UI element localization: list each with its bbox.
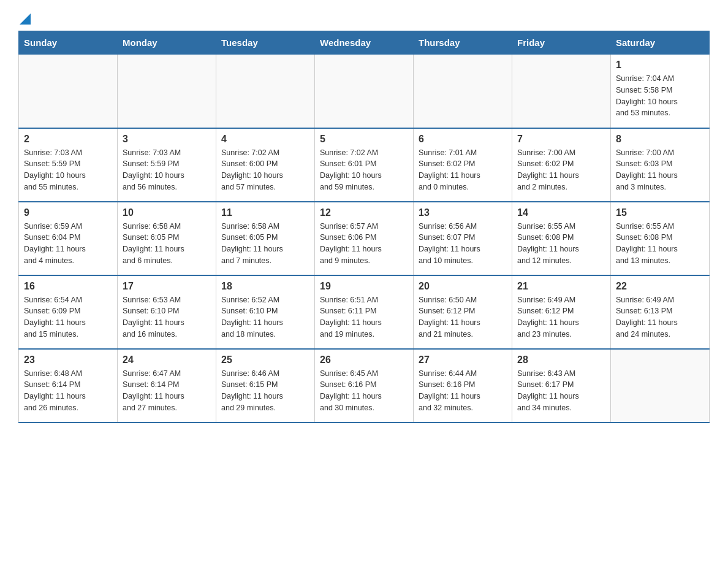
day-number: 3 bbox=[123, 134, 211, 145]
weekday-header-sunday: Sunday bbox=[19, 31, 118, 55]
logo bbox=[18, 12, 31, 25]
day-number: 22 bbox=[616, 281, 704, 292]
day-info: Sunrise: 7:02 AM Sunset: 6:01 PM Dayligh… bbox=[320, 147, 408, 193]
day-number: 10 bbox=[123, 207, 211, 218]
calendar-week-row: 1Sunrise: 7:04 AM Sunset: 5:58 PM Daylig… bbox=[19, 55, 710, 128]
calendar-cell: 15Sunrise: 6:55 AM Sunset: 6:08 PM Dayli… bbox=[611, 202, 710, 275]
calendar-cell: 19Sunrise: 6:51 AM Sunset: 6:11 PM Dayli… bbox=[315, 275, 414, 349]
day-info: Sunrise: 6:59 AM Sunset: 6:04 PM Dayligh… bbox=[24, 221, 112, 267]
day-info: Sunrise: 6:55 AM Sunset: 6:08 PM Dayligh… bbox=[517, 221, 605, 267]
weekday-header-tuesday: Tuesday bbox=[216, 31, 315, 55]
weekday-header-row: SundayMondayTuesdayWednesdayThursdayFrid… bbox=[19, 31, 710, 55]
calendar-cell: 26Sunrise: 6:45 AM Sunset: 6:16 PM Dayli… bbox=[315, 349, 414, 423]
day-info: Sunrise: 6:55 AM Sunset: 6:08 PM Dayligh… bbox=[616, 221, 704, 267]
calendar-week-row: 2Sunrise: 7:03 AM Sunset: 5:59 PM Daylig… bbox=[19, 128, 710, 202]
calendar-table: SundayMondayTuesdayWednesdayThursdayFrid… bbox=[18, 31, 710, 423]
day-info: Sunrise: 6:46 AM Sunset: 6:15 PM Dayligh… bbox=[221, 368, 309, 414]
weekday-header-friday: Friday bbox=[512, 31, 611, 55]
calendar-cell: 11Sunrise: 6:58 AM Sunset: 6:05 PM Dayli… bbox=[216, 202, 315, 275]
day-info: Sunrise: 7:03 AM Sunset: 5:59 PM Dayligh… bbox=[123, 147, 211, 193]
calendar-cell: 24Sunrise: 6:47 AM Sunset: 6:14 PM Dayli… bbox=[118, 349, 216, 423]
day-info: Sunrise: 7:04 AM Sunset: 5:58 PM Dayligh… bbox=[616, 73, 704, 119]
day-number: 27 bbox=[419, 354, 507, 366]
day-number: 28 bbox=[517, 354, 605, 366]
day-info: Sunrise: 6:58 AM Sunset: 6:05 PM Dayligh… bbox=[221, 221, 309, 267]
calendar-header: SundayMondayTuesdayWednesdayThursdayFrid… bbox=[19, 31, 710, 55]
calendar-cell bbox=[216, 55, 315, 128]
day-info: Sunrise: 6:56 AM Sunset: 6:07 PM Dayligh… bbox=[419, 221, 507, 267]
day-number: 15 bbox=[616, 207, 704, 218]
day-number: 9 bbox=[24, 207, 112, 218]
day-info: Sunrise: 6:47 AM Sunset: 6:14 PM Dayligh… bbox=[123, 368, 211, 414]
calendar-cell: 25Sunrise: 6:46 AM Sunset: 6:15 PM Dayli… bbox=[216, 349, 315, 423]
calendar-cell bbox=[118, 55, 216, 128]
calendar-week-row: 23Sunrise: 6:48 AM Sunset: 6:14 PM Dayli… bbox=[19, 349, 710, 423]
day-number: 23 bbox=[24, 354, 112, 366]
day-info: Sunrise: 6:43 AM Sunset: 6:17 PM Dayligh… bbox=[517, 368, 605, 414]
logo-triangle-icon bbox=[20, 13, 31, 25]
calendar-cell: 10Sunrise: 6:58 AM Sunset: 6:05 PM Dayli… bbox=[118, 202, 216, 275]
day-number: 13 bbox=[419, 207, 507, 218]
calendar-cell: 18Sunrise: 6:52 AM Sunset: 6:10 PM Dayli… bbox=[216, 275, 315, 349]
day-number: 1 bbox=[616, 59, 704, 71]
day-info: Sunrise: 7:02 AM Sunset: 6:00 PM Dayligh… bbox=[221, 147, 309, 193]
day-info: Sunrise: 6:48 AM Sunset: 6:14 PM Dayligh… bbox=[24, 368, 112, 414]
day-number: 7 bbox=[517, 134, 605, 145]
day-info: Sunrise: 6:45 AM Sunset: 6:16 PM Dayligh… bbox=[320, 368, 408, 414]
day-number: 21 bbox=[517, 281, 605, 292]
day-info: Sunrise: 6:58 AM Sunset: 6:05 PM Dayligh… bbox=[123, 221, 211, 267]
calendar-cell: 28Sunrise: 6:43 AM Sunset: 6:17 PM Dayli… bbox=[512, 349, 611, 423]
calendar-cell bbox=[19, 55, 118, 128]
day-number: 24 bbox=[123, 354, 211, 366]
day-number: 26 bbox=[320, 354, 408, 366]
calendar-cell bbox=[414, 55, 512, 128]
calendar-cell: 16Sunrise: 6:54 AM Sunset: 6:09 PM Dayli… bbox=[19, 275, 118, 349]
calendar-cell: 23Sunrise: 6:48 AM Sunset: 6:14 PM Dayli… bbox=[19, 349, 118, 423]
calendar-week-row: 16Sunrise: 6:54 AM Sunset: 6:09 PM Dayli… bbox=[19, 275, 710, 349]
calendar-body: 1Sunrise: 7:04 AM Sunset: 5:58 PM Daylig… bbox=[19, 55, 710, 423]
calendar-cell bbox=[512, 55, 611, 128]
calendar-week-row: 9Sunrise: 6:59 AM Sunset: 6:04 PM Daylig… bbox=[19, 202, 710, 275]
weekday-header-wednesday: Wednesday bbox=[315, 31, 414, 55]
weekday-header-saturday: Saturday bbox=[611, 31, 710, 55]
calendar-cell: 20Sunrise: 6:50 AM Sunset: 6:12 PM Dayli… bbox=[414, 275, 512, 349]
day-number: 8 bbox=[616, 134, 704, 145]
day-number: 12 bbox=[320, 207, 408, 218]
day-number: 14 bbox=[517, 207, 605, 218]
calendar-cell: 1Sunrise: 7:04 AM Sunset: 5:58 PM Daylig… bbox=[611, 55, 710, 128]
calendar-cell: 7Sunrise: 7:00 AM Sunset: 6:02 PM Daylig… bbox=[512, 128, 611, 202]
calendar-cell: 17Sunrise: 6:53 AM Sunset: 6:10 PM Dayli… bbox=[118, 275, 216, 349]
day-number: 6 bbox=[419, 134, 507, 145]
day-number: 16 bbox=[24, 281, 112, 292]
calendar-cell: 21Sunrise: 6:49 AM Sunset: 6:12 PM Dayli… bbox=[512, 275, 611, 349]
day-info: Sunrise: 6:53 AM Sunset: 6:10 PM Dayligh… bbox=[123, 294, 211, 340]
day-info: Sunrise: 6:49 AM Sunset: 6:13 PM Dayligh… bbox=[616, 294, 704, 340]
calendar-cell: 13Sunrise: 6:56 AM Sunset: 6:07 PM Dayli… bbox=[414, 202, 512, 275]
day-info: Sunrise: 6:50 AM Sunset: 6:12 PM Dayligh… bbox=[419, 294, 507, 340]
calendar-cell: 2Sunrise: 7:03 AM Sunset: 5:59 PM Daylig… bbox=[19, 128, 118, 202]
svg-marker-0 bbox=[20, 13, 31, 25]
day-info: Sunrise: 6:57 AM Sunset: 6:06 PM Dayligh… bbox=[320, 221, 408, 267]
day-info: Sunrise: 6:52 AM Sunset: 6:10 PM Dayligh… bbox=[221, 294, 309, 340]
day-info: Sunrise: 7:01 AM Sunset: 6:02 PM Dayligh… bbox=[419, 147, 507, 193]
calendar-cell: 27Sunrise: 6:44 AM Sunset: 6:16 PM Dayli… bbox=[414, 349, 512, 423]
day-number: 11 bbox=[221, 207, 309, 218]
page-header bbox=[18, 12, 710, 25]
calendar-cell bbox=[315, 55, 414, 128]
day-info: Sunrise: 7:03 AM Sunset: 5:59 PM Dayligh… bbox=[24, 147, 112, 193]
calendar-cell: 8Sunrise: 7:00 AM Sunset: 6:03 PM Daylig… bbox=[611, 128, 710, 202]
day-info: Sunrise: 6:51 AM Sunset: 6:11 PM Dayligh… bbox=[320, 294, 408, 340]
day-number: 4 bbox=[221, 134, 309, 145]
calendar-cell: 3Sunrise: 7:03 AM Sunset: 5:59 PM Daylig… bbox=[118, 128, 216, 202]
calendar-cell bbox=[611, 349, 710, 423]
calendar-cell: 12Sunrise: 6:57 AM Sunset: 6:06 PM Dayli… bbox=[315, 202, 414, 275]
weekday-header-monday: Monday bbox=[118, 31, 216, 55]
day-info: Sunrise: 6:44 AM Sunset: 6:16 PM Dayligh… bbox=[419, 368, 507, 414]
calendar-cell: 6Sunrise: 7:01 AM Sunset: 6:02 PM Daylig… bbox=[414, 128, 512, 202]
day-info: Sunrise: 7:00 AM Sunset: 6:02 PM Dayligh… bbox=[517, 147, 605, 193]
day-info: Sunrise: 6:54 AM Sunset: 6:09 PM Dayligh… bbox=[24, 294, 112, 340]
day-number: 19 bbox=[320, 281, 408, 292]
day-info: Sunrise: 6:49 AM Sunset: 6:12 PM Dayligh… bbox=[517, 294, 605, 340]
calendar-cell: 14Sunrise: 6:55 AM Sunset: 6:08 PM Dayli… bbox=[512, 202, 611, 275]
calendar-cell: 9Sunrise: 6:59 AM Sunset: 6:04 PM Daylig… bbox=[19, 202, 118, 275]
